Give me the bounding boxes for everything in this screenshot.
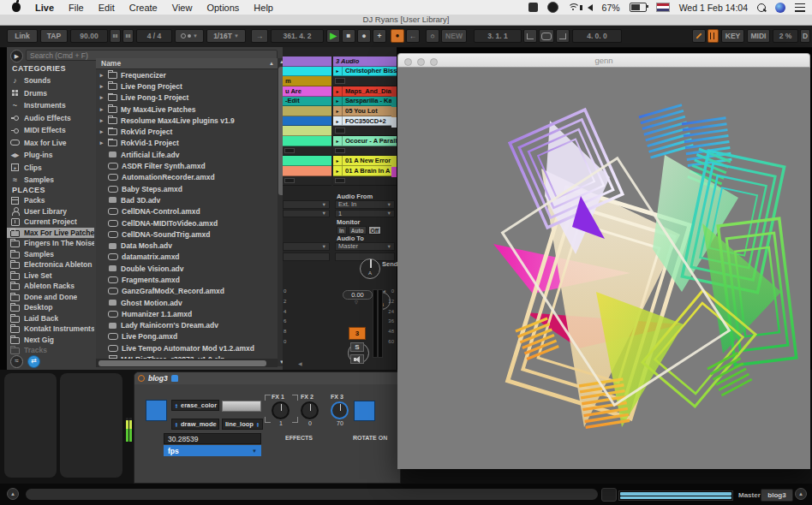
arrangement-position-field[interactable]: 361. 4. 2 — [271, 29, 324, 43]
clip-slot[interactable]: m — [283, 76, 331, 86]
file-row[interactable]: Ghost Motion.adv — [96, 297, 278, 308]
place-kontakt-instruments[interactable]: Kontakt Instruments — [7, 324, 94, 335]
audio-from-select[interactable]: ▼ — [283, 200, 330, 209]
loop-length-field[interactable]: 4. 0. 0 — [572, 29, 622, 43]
punch-out-button[interactable] — [556, 29, 570, 43]
file-row[interactable]: Live Tempo Automator Mod v1.2.amxd — [96, 342, 278, 354]
sidebar-item-samples[interactable]: ≈Samples — [7, 174, 89, 187]
file-row[interactable]: AutomationRecorder.amxd — [96, 172, 278, 183]
clip-slot[interactable] — [283, 166, 331, 176]
sidebar-item-max-for-live[interactable]: Max for Live — [7, 137, 89, 150]
file-row[interactable]: CellDNA-Control.amxd — [96, 206, 278, 217]
file-row[interactable]: CellDNA-SoundTrig.amxd — [96, 229, 278, 240]
clip-play-icon[interactable]: ▸ — [333, 136, 343, 146]
place-max-for-live-patches[interactable]: Max For Live Patches — [7, 228, 94, 239]
clip-play-icon[interactable]: ▸ — [333, 67, 343, 76]
link-button[interactable]: Link — [7, 29, 38, 43]
clip-play-icon[interactable]: ▸ — [333, 166, 343, 175]
color-swatch[interactable] — [222, 401, 261, 412]
track-header[interactable] — [283, 56, 331, 67]
input-channel-select[interactable]: ▼ — [283, 210, 330, 218]
clip-slot[interactable] — [283, 106, 331, 116]
file-row[interactable]: ▸RokVid Project — [96, 126, 278, 137]
clip-slot[interactable]: ▸FOC350CD+2 — [333, 116, 397, 127]
send-a-knob[interactable]: A — [360, 258, 380, 279]
file-row[interactable]: datamatrix.amxd — [96, 252, 278, 263]
sidebar-item-midi-effects[interactable]: MIDI Effects — [7, 124, 89, 137]
tempo-field[interactable]: 90.00 — [70, 29, 108, 43]
session-record-button[interactable]: ● — [391, 29, 404, 43]
clip-slot[interactable] — [283, 156, 331, 166]
file-row[interactable]: ▸Frequencizer — [96, 69, 278, 80]
menu-create[interactable]: Create — [129, 3, 158, 13]
monitor-auto-button[interactable]: Auto — [349, 226, 367, 235]
menu-view[interactable]: View — [172, 3, 193, 13]
follow-button[interactable]: → — [251, 29, 268, 43]
menu-clock[interactable]: Wed 1 Feb 14:04 — [679, 3, 748, 13]
menu-help[interactable]: Help — [254, 3, 273, 13]
file-list-header[interactable]: Name▲ — [96, 58, 278, 69]
battery-icon[interactable] — [630, 3, 647, 12]
draw-mode-menu[interactable]: ▲▼ draw_mode — [171, 419, 219, 430]
clip-play-icon[interactable]: ▸ — [333, 106, 343, 116]
track-overview[interactable] — [618, 490, 733, 501]
preview-button[interactable]: ▶ — [10, 50, 23, 62]
file-row[interactable]: ▸My Max4Live Patches — [96, 104, 278, 115]
clip-slot[interactable]: ▸01 A New Error — [333, 156, 397, 166]
place-live-set[interactable]: Live Set — [7, 270, 94, 282]
empty-clip-slot[interactable] — [333, 126, 397, 136]
device-on-icon[interactable] — [138, 375, 145, 382]
apple-menu-icon[interactable] — [12, 3, 21, 12]
input-language-flag-icon[interactable] — [656, 3, 670, 12]
place-next-gig[interactable]: Next Gig — [7, 335, 94, 346]
key-map-button[interactable]: KEY — [721, 29, 744, 43]
place-ableton-racks[interactable]: Ableton Racks — [7, 281, 94, 292]
device-tab-blog3[interactable]: blog3 — [761, 489, 793, 502]
place-samples[interactable]: Samples — [7, 249, 94, 260]
sidebar-item-plug-ins[interactable]: ◂▸Plug-ins — [7, 149, 89, 162]
place-fingers-in-the-noise[interactable]: Fingers In The Noise - T — [7, 238, 94, 249]
preview-speaker-button[interactable] — [350, 354, 364, 364]
computer-midi-keyboard-button[interactable] — [708, 29, 719, 43]
show-hide-device-icon[interactable]: ▲ — [795, 488, 807, 500]
loop-button[interactable] — [539, 29, 554, 43]
clip-slot[interactable]: ▸Maps_And_Diagrams_- — [333, 86, 397, 97]
clip-play-icon[interactable]: ▸ — [333, 116, 343, 126]
draw-mode-button[interactable] — [692, 29, 706, 43]
audio-to-select[interactable]: Master▼ — [335, 242, 395, 251]
tap-tempo-button[interactable]: TAP — [40, 29, 68, 43]
place-user-library[interactable]: User Library — [7, 206, 94, 217]
file-row[interactable]: ASDR Filter Synth.amxd — [96, 160, 278, 171]
file-row[interactable]: Artificial Life.adv — [96, 149, 278, 160]
file-row[interactable]: GanzGrafModX_Record.amxd — [96, 286, 278, 297]
sidebar-item-instruments[interactable]: ~Instruments — [7, 99, 89, 112]
nudge-up-button[interactable]: ‖‖ — [122, 29, 134, 43]
volume-icon[interactable] — [588, 4, 593, 11]
menu-app-name[interactable]: Live — [35, 3, 54, 13]
siri-icon[interactable] — [775, 3, 785, 13]
fx2-knob[interactable] — [301, 401, 319, 419]
track-activator-button[interactable]: 3 — [349, 327, 366, 340]
app-status-icon[interactable] — [547, 2, 558, 13]
empty-clip-slot[interactable] — [333, 146, 397, 157]
nudge-down-button[interactable]: ‖‖ — [110, 29, 121, 43]
volume-field[interactable]: 0.00 — [343, 290, 373, 300]
solo-button[interactable]: S — [350, 342, 364, 352]
genn-window[interactable]: genn — [397, 53, 810, 469]
clip-slot[interactable] — [283, 67, 331, 77]
fps-number-box[interactable]: 30.28539 — [164, 433, 261, 444]
clip-slot[interactable] — [283, 116, 331, 127]
empty-clip-slot[interactable] — [333, 76, 397, 86]
clip-slot[interactable]: u Are — [283, 86, 331, 97]
back-to-arrangement-button[interactable]: ← — [406, 29, 420, 43]
fps-dropdown[interactable]: fps▼ — [164, 445, 261, 456]
toggle-button-left[interactable] — [146, 400, 167, 421]
capture-midi-button[interactable]: ○ — [426, 29, 439, 43]
audio-to-select[interactable]: ▼ — [283, 242, 330, 251]
fx1-knob[interactable] — [272, 401, 290, 419]
input-channel-select[interactable]: 1▼ — [335, 210, 395, 218]
punch-in-button[interactable] — [523, 29, 537, 43]
sidebar-item-audio-effects[interactable]: Audio Effects — [7, 112, 89, 125]
loop-start-field[interactable]: 3. 1. 1 — [474, 29, 522, 43]
fx3-knob[interactable] — [331, 401, 349, 419]
